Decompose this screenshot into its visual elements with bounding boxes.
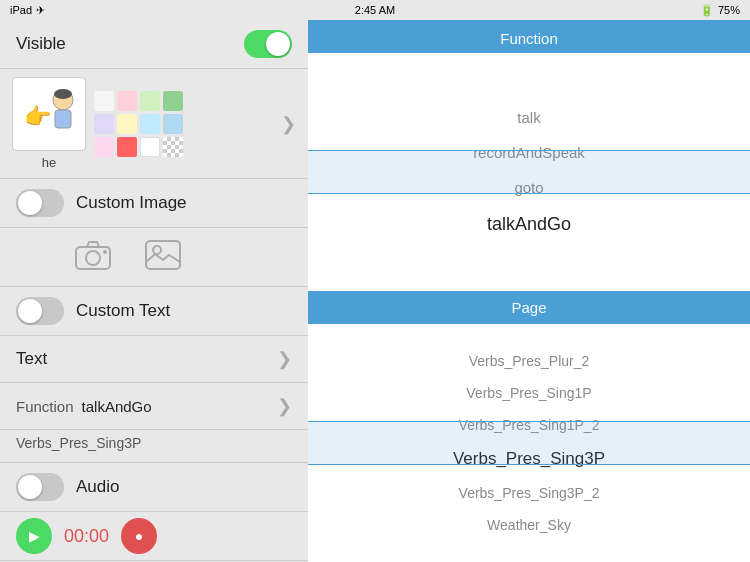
visible-toggle[interactable] [244, 30, 292, 58]
function-item-talk[interactable]: talk [308, 100, 750, 135]
custom-image-toggle[interactable] [16, 189, 64, 217]
status-right: 🔋 75% [700, 4, 740, 17]
image-picker-button[interactable] [142, 234, 184, 276]
svg-point-6 [103, 250, 107, 254]
edit-panel: Visible 👉 [0, 20, 308, 562]
function-item-record[interactable]: recordAndSpeak [308, 135, 750, 170]
image-picker-icon [145, 240, 181, 270]
function-chevron: ❯ [277, 395, 292, 417]
function-value: talkAndGo [82, 398, 277, 415]
text-row[interactable]: Text ❯ [0, 336, 308, 383]
visible-row: Visible [0, 20, 308, 69]
page-item-5[interactable]: Verbs_Pres_Sing3P_2 [308, 477, 750, 509]
image-chevron[interactable]: ❯ [281, 113, 296, 135]
camera-icon [75, 240, 111, 270]
status-time: 2:45 AM [355, 4, 395, 16]
camera-button[interactable] [72, 234, 114, 276]
svg-point-2 [54, 89, 72, 99]
custom-image-row: Custom Image [0, 179, 308, 228]
battery-icon: 🔋 [700, 4, 714, 17]
function-key-label: Function [16, 398, 74, 415]
color-swatch-grid [94, 91, 183, 157]
swatch-red[interactable] [117, 137, 137, 157]
status-bar: iPad ✈ 2:45 AM 🔋 75% [0, 0, 750, 20]
swatch-8[interactable] [163, 114, 183, 134]
preview-label: he [12, 155, 86, 170]
stop-button[interactable]: ● [121, 518, 157, 554]
swatch-7[interactable] [140, 114, 160, 134]
svg-rect-7 [146, 241, 180, 269]
visible-label: Visible [16, 34, 66, 54]
swatch-white[interactable] [140, 137, 160, 157]
function-item-goto[interactable]: goto [308, 170, 750, 205]
function-row[interactable]: Function talkAndGo ❯ [0, 383, 308, 430]
page-item-2[interactable]: Verbs_Pres_Sing1P [308, 377, 750, 409]
function-item-talkandgo[interactable]: talkAndGo [308, 205, 750, 244]
page-sub-value: Verbs_Pres_Sing3P [16, 435, 141, 451]
custom-text-row: Custom Text [0, 287, 308, 336]
page-sub-row: Verbs_Pres_Sing3P [0, 430, 308, 463]
swatch-5[interactable] [94, 114, 114, 134]
audio-label: Audio [76, 477, 119, 497]
camera-row [0, 228, 308, 287]
page-item-3[interactable]: Verbs_Pres_Sing1P_2 [308, 409, 750, 441]
page-item-6[interactable]: Weather_Sky [308, 509, 750, 541]
custom-text-label: Custom Text [76, 301, 170, 321]
swatch-3[interactable] [140, 91, 160, 111]
svg-text:👉: 👉 [24, 103, 52, 130]
modal-overlay: Visible 👉 [0, 20, 750, 562]
picker-panel: Function talk recordAndSpeak goto talkAn… [308, 20, 750, 562]
custom-text-toggle[interactable] [16, 297, 64, 325]
function-section-title: Function [308, 20, 750, 53]
time-display: 00:00 [64, 526, 109, 547]
person-illustration: 👉 [19, 84, 79, 144]
audio-controls: ▶ 00:00 ● [0, 512, 308, 560]
custom-image-label: Custom Image [76, 193, 187, 213]
page-item-4[interactable]: Verbs_Pres_Sing3P [308, 441, 750, 477]
function-picker-list[interactable]: talk recordAndSpeak goto talkAndGo [308, 53, 750, 291]
battery-percent: 75% [718, 4, 740, 16]
text-label: Text [16, 349, 47, 369]
svg-point-5 [86, 251, 100, 265]
wifi-icon: iPad [10, 4, 32, 16]
image-preview: 👉 [12, 77, 86, 151]
swatch-4[interactable] [163, 91, 183, 111]
signal-icon: ✈ [36, 4, 45, 17]
text-chevron: ❯ [277, 348, 292, 370]
page-picker-list[interactable]: Verbs_Pres_Plur_2 Verbs_Pres_Sing1P Verb… [308, 324, 750, 562]
record-button[interactable]: ▶ [16, 518, 52, 554]
swatch-9[interactable] [94, 137, 114, 157]
swatch-6[interactable] [117, 114, 137, 134]
image-area: 👉 he [0, 69, 308, 179]
swatch-transparent[interactable] [163, 137, 183, 157]
audio-row: Audio [0, 463, 308, 512]
svg-point-8 [153, 246, 161, 254]
page-section-title: Page [308, 291, 750, 324]
svg-rect-3 [55, 110, 71, 128]
swatch-1[interactable] [94, 91, 114, 111]
status-left: iPad ✈ [10, 4, 45, 17]
audio-toggle[interactable] [16, 473, 64, 501]
page-item-1[interactable]: Verbs_Pres_Plur_2 [308, 345, 750, 377]
swatch-2[interactable] [117, 91, 137, 111]
